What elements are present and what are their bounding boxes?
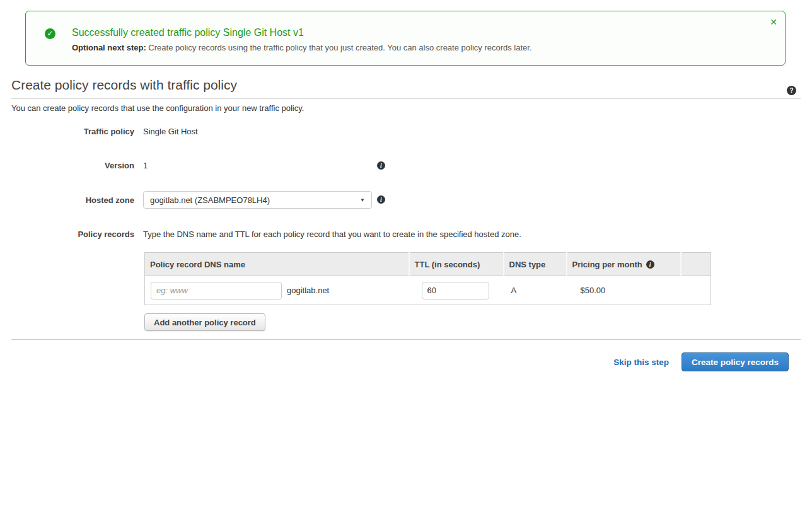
- page-header: Create policy records with traffic polic…: [11, 77, 801, 99]
- header-ttl: TTL (in seconds): [409, 253, 504, 276]
- page: ✓ Successfully created traffic policy Si…: [0, 0, 812, 529]
- add-policy-record-button[interactable]: Add another policy record: [144, 313, 265, 331]
- header-dns-type: DNS type: [504, 253, 567, 276]
- banner-subtitle: Optional next step: Create policy record…: [72, 43, 532, 52]
- chevron-down-icon: ▼: [360, 197, 365, 203]
- skip-step-link[interactable]: Skip this step: [613, 358, 669, 367]
- dns-suffix: gogitlab.net: [287, 286, 329, 295]
- pricing-value: $50.00: [567, 276, 681, 305]
- row-actions-cell: [681, 276, 711, 305]
- header-dns-name: Policy record DNS name: [145, 253, 409, 276]
- header-pricing: Pricing per month i: [567, 253, 681, 276]
- ttl-input[interactable]: [422, 282, 489, 299]
- policy-records-table: Policy record DNS name TTL (in seconds) …: [144, 252, 711, 305]
- help-icon[interactable]: ?: [787, 86, 796, 95]
- traffic-policy-value: Single Git Host: [143, 127, 198, 136]
- version-label: Version: [11, 161, 134, 170]
- footer-divider: [11, 339, 801, 340]
- close-icon[interactable]: ✕: [770, 18, 777, 26]
- banner-subtitle-text: Create policy records using the traffic …: [146, 43, 532, 52]
- version-value: 1: [143, 161, 148, 170]
- table-header-row: Policy record DNS name TTL (in seconds) …: [145, 253, 711, 276]
- header-pricing-label: Pricing per month: [572, 260, 642, 269]
- hosted-zone-label: Hosted zone: [11, 195, 134, 205]
- create-policy-records-button[interactable]: Create policy records: [682, 352, 789, 371]
- page-title: Create policy records with traffic polic…: [11, 77, 801, 93]
- success-check-icon: ✓: [45, 28, 55, 39]
- policy-records-label: Policy records: [11, 230, 134, 239]
- traffic-policy-label: Traffic policy: [11, 127, 134, 136]
- table-row: gogitlab.net A $50.00: [145, 276, 711, 305]
- hosted-zone-selected-value: gogitlab.net (ZSABMPEO78LH4): [150, 195, 270, 205]
- pricing-info-icon[interactable]: i: [646, 260, 654, 269]
- intro-text: You can create policy records that use t…: [11, 103, 304, 113]
- footer-actions: Skip this step Create policy records: [613, 352, 789, 371]
- success-banner: ✓ Successfully created traffic policy Si…: [25, 11, 786, 66]
- header-actions: [681, 253, 711, 276]
- hosted-zone-select[interactable]: gogitlab.net (ZSABMPEO78LH4) ▼: [143, 191, 372, 209]
- policy-records-description: Type the DNS name and TTL for each polic…: [143, 230, 521, 239]
- banner-title: Successfully created traffic policy Sing…: [72, 27, 304, 38]
- dns-type-value: A: [504, 276, 567, 305]
- hosted-zone-info-icon[interactable]: i: [377, 195, 385, 204]
- version-info-icon[interactable]: i: [377, 161, 385, 170]
- dns-name-input[interactable]: [151, 282, 282, 299]
- banner-subtitle-label: Optional next step:: [72, 43, 146, 52]
